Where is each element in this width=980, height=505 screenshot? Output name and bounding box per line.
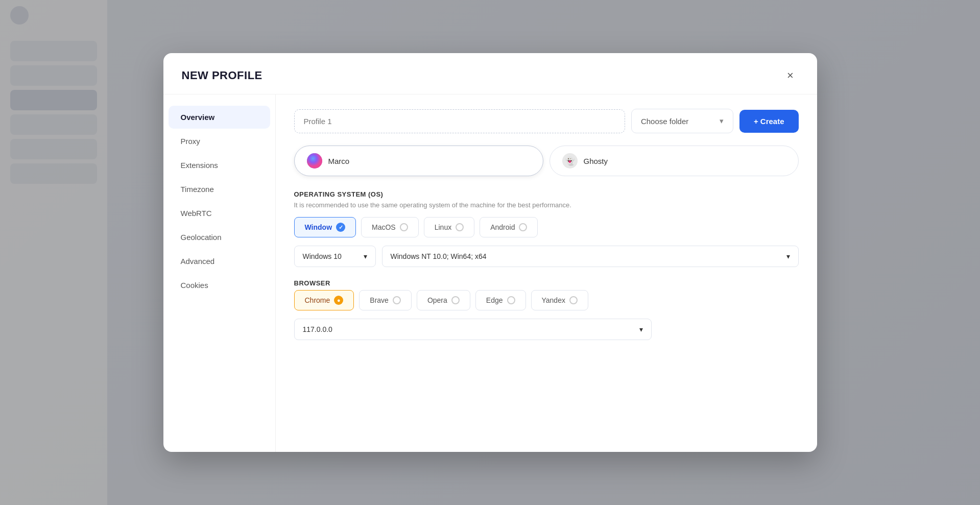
browser-option-opera[interactable]: Opera bbox=[417, 290, 470, 310]
profile-name-input[interactable] bbox=[294, 109, 625, 133]
os-section-desc: It is recommended to use the same operat… bbox=[294, 201, 799, 209]
browser-option-brave[interactable]: Brave bbox=[359, 290, 412, 310]
user-option-ghosty[interactable]: 👻 Ghosty bbox=[549, 146, 799, 176]
main-content: Choose folder ▾ + Create bbox=[276, 94, 817, 452]
radio-icon bbox=[519, 223, 527, 231]
sidebar-item-extensions[interactable]: Extensions bbox=[169, 154, 270, 177]
ghost-avatar-icon: 👻 bbox=[562, 153, 578, 169]
marco-label: Marco bbox=[328, 157, 350, 165]
sidebar-item-proxy[interactable]: Proxy bbox=[169, 130, 270, 153]
chevron-down-icon: ▾ bbox=[720, 116, 724, 126]
browser-version-select[interactable]: 117.0.0.0 ▾ bbox=[294, 319, 652, 340]
browser-section-title: BROWSER bbox=[294, 279, 799, 287]
chevron-down-icon: ▾ bbox=[639, 325, 643, 333]
sidebar-item-webrtc[interactable]: WebRTC bbox=[169, 202, 270, 225]
os-ua-select[interactable]: Windows NT 10.0; Win64; x64 ▾ bbox=[382, 246, 799, 267]
browser-option-chrome[interactable]: Chrome ● bbox=[294, 290, 354, 310]
top-bar: Choose folder ▾ + Create bbox=[294, 109, 799, 133]
new-profile-modal: NEW PROFILE × Overview Proxy Extensions … bbox=[163, 53, 817, 452]
os-version-row: Windows 10 ▾ Windows NT 10.0; Win64; x64… bbox=[294, 246, 799, 267]
radio-icon bbox=[507, 296, 515, 304]
chevron-down-icon: ▾ bbox=[364, 252, 367, 260]
browser-option-edge[interactable]: Edge bbox=[475, 290, 526, 310]
chevron-down-icon: ▾ bbox=[786, 252, 790, 260]
os-option-linux[interactable]: Linux bbox=[424, 217, 474, 237]
sidebar-item-advanced[interactable]: Advanced bbox=[169, 250, 270, 273]
ghosty-label: Ghosty bbox=[584, 157, 608, 165]
close-button[interactable]: × bbox=[782, 67, 799, 84]
modal-header: NEW PROFILE × bbox=[163, 53, 817, 94]
nav-sidebar: Overview Proxy Extensions Timezone WebRT… bbox=[163, 94, 276, 452]
radio-icon bbox=[451, 296, 460, 304]
user-option-marco[interactable]: Marco bbox=[294, 146, 543, 176]
os-options-row: Window ✓ MacOS Linux bbox=[294, 217, 799, 237]
checkmark-icon: ✓ bbox=[336, 223, 345, 232]
browser-section: BROWSER Chrome ● Brave bbox=[294, 279, 799, 340]
radio-icon bbox=[569, 296, 578, 304]
sidebar-item-timezone[interactable]: Timezone bbox=[169, 178, 270, 201]
os-option-android[interactable]: Android bbox=[480, 217, 538, 237]
modal-title: NEW PROFILE bbox=[182, 69, 262, 82]
marco-avatar-icon bbox=[307, 153, 322, 169]
user-selector: Marco 👻 Ghosty bbox=[294, 146, 799, 176]
selected-dot-icon: ● bbox=[334, 296, 343, 305]
os-section: OPERATING SYSTEM (OS) It is recommended … bbox=[294, 190, 799, 267]
sidebar-item-geolocation[interactable]: Geolocation bbox=[169, 226, 270, 249]
modal-body: Overview Proxy Extensions Timezone WebRT… bbox=[163, 94, 817, 452]
modal-overlay: NEW PROFILE × Overview Proxy Extensions … bbox=[0, 0, 980, 505]
browser-option-yandex[interactable]: Yandex bbox=[531, 290, 588, 310]
os-option-macos[interactable]: MacOS bbox=[361, 217, 419, 237]
svg-point-0 bbox=[307, 153, 322, 169]
folder-select[interactable]: Choose folder ▾ bbox=[631, 109, 733, 133]
radio-icon bbox=[456, 223, 464, 231]
os-section-title: OPERATING SYSTEM (OS) bbox=[294, 190, 799, 198]
radio-icon bbox=[393, 296, 401, 304]
create-button[interactable]: + Create bbox=[739, 110, 799, 133]
os-version-select[interactable]: Windows 10 ▾ bbox=[294, 246, 376, 267]
os-option-window[interactable]: Window ✓ bbox=[294, 217, 356, 237]
sidebar-item-overview[interactable]: Overview bbox=[169, 106, 270, 129]
radio-icon bbox=[400, 223, 408, 231]
sidebar-item-cookies[interactable]: Cookies bbox=[169, 274, 270, 297]
browser-options-row: Chrome ● Brave Opera bbox=[294, 290, 799, 310]
